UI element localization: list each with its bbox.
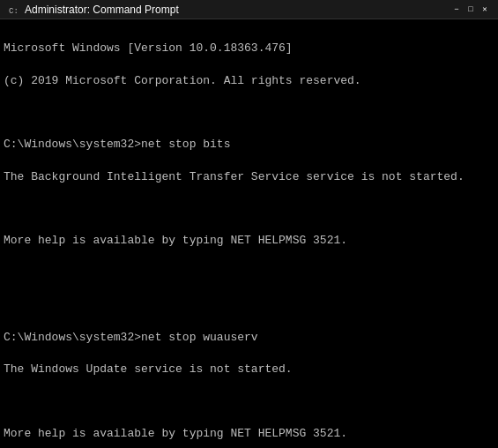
title-bar-text: Administrator: Command Prompt	[25, 4, 445, 16]
terminal-line	[4, 393, 494, 409]
terminal-line	[4, 105, 494, 121]
svg-text:C:: C:	[9, 7, 19, 15]
cmd-icon: C:	[7, 4, 19, 16]
maximize-button[interactable]: □	[465, 4, 477, 16]
terminal-line: The Windows Update service is not starte…	[4, 362, 494, 377]
terminal-body[interactable]: Microsoft Windows [Version 10.0.18363.47…	[0, 19, 498, 448]
terminal-line	[4, 265, 494, 281]
terminal-line: C:\Windows\system32>net stop bits	[4, 137, 494, 153]
terminal-line: C:\Windows\system32>net stop wuauserv	[4, 330, 494, 346]
title-bar: C: Administrator: Command Prompt − □ ✕	[0, 0, 498, 19]
close-button[interactable]: ✕	[479, 4, 491, 16]
terminal-line	[4, 297, 494, 313]
minimize-button[interactable]: −	[450, 4, 463, 16]
title-bar-controls: − □ ✕	[450, 4, 491, 16]
terminal-line: Microsoft Windows [Version 10.0.18363.47…	[4, 41, 494, 56]
terminal-line: More help is available by typing NET HEL…	[4, 233, 494, 249]
terminal-line: More help is available by typing NET HEL…	[4, 426, 494, 442]
terminal-line: The Background Intelligent Transfer Serv…	[4, 169, 494, 185]
terminal-line: (c) 2019 Microsoft Corporation. All righ…	[4, 73, 494, 89]
terminal-line	[4, 201, 494, 217]
